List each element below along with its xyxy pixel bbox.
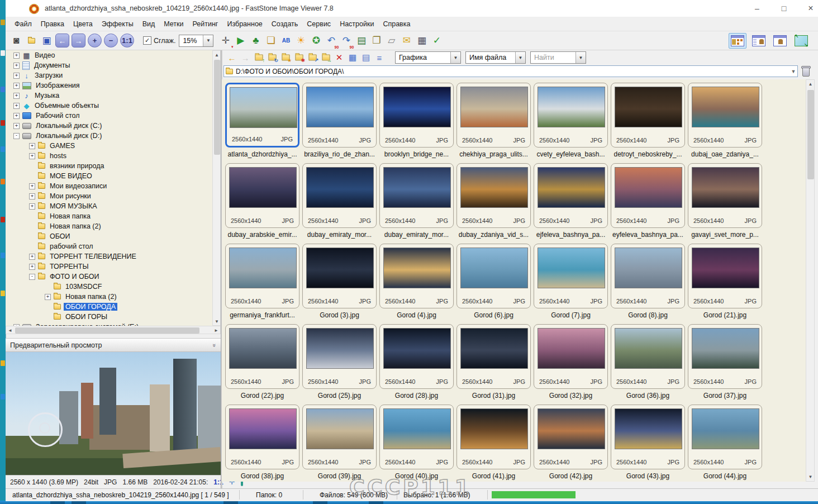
tree-item-7[interactable]: +Локальный диск (C:) bbox=[6, 121, 212, 131]
thumbnails-view-icon[interactable]: ▦ bbox=[346, 51, 359, 64]
crop-board-icon[interactable]: ❏ bbox=[263, 33, 278, 49]
thumbnail-card[interactable]: 2560x1440JPG bbox=[611, 405, 685, 469]
menu-item-0[interactable]: Файл bbox=[10, 18, 36, 30]
tree-expander-icon[interactable]: - bbox=[13, 133, 20, 139]
tree-item-22[interactable]: -ФОТО И ОБОИ bbox=[6, 272, 212, 282]
tree-expander-icon[interactable]: + bbox=[13, 53, 20, 59]
file-filter-combobox[interactable]: Графика▼ bbox=[395, 51, 461, 64]
print-icon[interactable]: ▦ bbox=[414, 33, 429, 49]
thumbnail-card[interactable]: 2560x1440JPG bbox=[456, 324, 531, 389]
tree-item-12[interactable]: МОЕ ВИДЕО bbox=[6, 171, 212, 181]
thumbnail-card[interactable]: 2560x1440JPG bbox=[688, 83, 762, 148]
thumbnail-card[interactable]: 2560x1440JPG bbox=[456, 244, 531, 308]
zoom-out-icon[interactable]: − bbox=[104, 34, 118, 47]
adjust-colors-icon[interactable]: ☀ bbox=[293, 33, 308, 49]
details-view-icon[interactable]: ▤ bbox=[359, 51, 373, 64]
thumbnail-card[interactable]: 2560x1440JPG bbox=[379, 244, 454, 308]
tree-item-20[interactable]: +ТОРРЕНТ ТЕЛЕВИДЕНИЕ bbox=[6, 251, 212, 261]
preview-header[interactable]: Предварительный просмотр » bbox=[6, 338, 221, 352]
menu-item-1[interactable]: Правка bbox=[36, 18, 69, 30]
tree-expander-icon[interactable]: + bbox=[45, 294, 51, 300]
menu-item-8[interactable]: Создать bbox=[267, 18, 303, 30]
tree-hscroll-thumb[interactable] bbox=[15, 327, 199, 334]
maximize-button[interactable]: □ bbox=[771, 0, 797, 17]
thumbnail-card[interactable]: 2560x1440JPG bbox=[611, 244, 685, 308]
tree-item-24[interactable]: +Новая папка (2) bbox=[6, 292, 212, 302]
image-strip-icon[interactable]: ♣ bbox=[248, 33, 263, 49]
thumbnail-card[interactable]: 2560x1440JPG bbox=[534, 83, 608, 148]
thumbnail-card[interactable]: 2560x1440JPG bbox=[225, 324, 299, 389]
thumbnail-card[interactable]: 2560x1440JPG bbox=[688, 244, 762, 308]
thumbnail-card[interactable]: 2560x1440JPG bbox=[379, 324, 454, 389]
delete-icon[interactable]: ✕ bbox=[332, 51, 346, 64]
open-file-icon[interactable] bbox=[24, 33, 39, 49]
menu-item-10[interactable]: Настройки bbox=[335, 18, 378, 30]
thumbnail-card[interactable]: 2560x1440JPG bbox=[611, 324, 685, 389]
move-to-icon[interactable]: → bbox=[319, 51, 332, 64]
thumbnail-card[interactable]: 2560x1440JPG bbox=[534, 244, 608, 308]
rename-icon[interactable]: AB bbox=[278, 33, 293, 49]
tree-expander-icon[interactable]: + bbox=[29, 203, 35, 210]
tree-vscrollbar[interactable]: ▲ ▼ bbox=[212, 50, 221, 326]
menu-item-2[interactable]: Цвета bbox=[69, 18, 97, 30]
thumbnail-card[interactable]: 2560x1440JPG bbox=[456, 83, 531, 148]
tree-item-8[interactable]: -Локальный диск (D:) bbox=[6, 131, 212, 141]
rotate-right-icon[interactable]: ↷90 bbox=[339, 33, 354, 49]
tree-expander-icon[interactable]: - bbox=[29, 274, 35, 280]
tree-item-19[interactable]: рабочий стол bbox=[6, 241, 212, 251]
preview-collapse-icon[interactable]: » bbox=[211, 343, 218, 346]
thumbnail-card[interactable]: 2560x1440JPG bbox=[225, 163, 299, 228]
thumbnail-card[interactable]: 2560x1440JPG bbox=[225, 83, 299, 148]
zoom-in-icon[interactable]: + bbox=[88, 34, 102, 47]
zoom-dropdown-icon[interactable]: ▼ bbox=[203, 35, 213, 46]
close-button[interactable]: × bbox=[798, 0, 818, 17]
tree-expander-icon[interactable]: + bbox=[13, 63, 20, 69]
tree-item-26[interactable]: ОБОИ ГОРЫ bbox=[6, 312, 212, 322]
up-folder-icon[interactable]: ↑ bbox=[252, 51, 265, 64]
thumbnail-card[interactable]: 2560x1440JPG bbox=[611, 83, 685, 148]
copy-move-icon[interactable]: ❐ bbox=[369, 33, 384, 49]
thumbnail-card[interactable]: 2560x1440JPG bbox=[302, 405, 377, 469]
tree-expander-icon[interactable]: + bbox=[13, 93, 20, 99]
scan-icon[interactable]: ▱ bbox=[384, 33, 399, 49]
grid-scroll-down-icon[interactable]: ▼ bbox=[807, 473, 814, 481]
address-bar[interactable]: D:\ФОТО И ОБОИ\ОБОИ ГОРОДА\ ▼ bbox=[223, 65, 798, 77]
thumbnail-card[interactable]: 2560x1440JPG bbox=[379, 83, 454, 148]
tree-hscrollbar[interactable]: ◄ ► bbox=[6, 326, 221, 334]
favorites-icon[interactable]: ★ bbox=[279, 51, 292, 64]
next-image-icon[interactable]: → bbox=[72, 34, 85, 47]
refresh-icon[interactable]: ↻ bbox=[265, 51, 279, 64]
previous-image-icon[interactable]: ← bbox=[55, 34, 69, 47]
tree-item-27[interactable]: +Зарезервировано системой (E:) bbox=[6, 322, 212, 326]
tree-expander-icon[interactable]: + bbox=[29, 153, 35, 159]
save-as-icon[interactable]: ▣ bbox=[39, 33, 54, 49]
minimize-button[interactable]: – bbox=[744, 0, 770, 17]
menu-item-5[interactable]: Метки bbox=[159, 18, 188, 30]
thumbnail-list-view-button[interactable] bbox=[750, 33, 768, 49]
menu-item-4[interactable]: Вид bbox=[138, 18, 160, 30]
address-dropdown-icon[interactable]: ▼ bbox=[790, 69, 797, 74]
menu-item-6[interactable]: Рейтинг bbox=[188, 18, 223, 30]
menu-item-3[interactable]: Эффекты bbox=[97, 18, 138, 30]
grid-scroll-thumb[interactable] bbox=[807, 90, 814, 179]
tree-scroll-thumb[interactable] bbox=[214, 60, 220, 155]
thumbnail-card[interactable]: 2560x1440JPG bbox=[456, 405, 531, 469]
tree-expander-icon[interactable]: + bbox=[13, 123, 20, 129]
tree-expander-icon[interactable]: + bbox=[29, 193, 35, 199]
tree-expander-icon[interactable]: + bbox=[13, 83, 20, 89]
menu-item-7[interactable]: Избранное bbox=[222, 18, 267, 30]
email-icon[interactable]: ✉ bbox=[399, 33, 414, 49]
forward-icon[interactable]: → bbox=[239, 51, 252, 64]
tree-item-1[interactable]: +Документы bbox=[6, 60, 212, 70]
actual-size-icon[interactable]: 1:1 bbox=[120, 34, 134, 47]
thumbnail-card[interactable]: 2560x1440JPG bbox=[302, 324, 377, 389]
thumbnail-card[interactable]: 2560x1440JPG bbox=[379, 405, 454, 469]
menu-item-11[interactable]: Справка bbox=[378, 18, 415, 30]
tree-item-16[interactable]: Новая папка bbox=[6, 211, 212, 221]
tree-item-0[interactable]: +▦Видео bbox=[6, 50, 212, 60]
tree-item-25[interactable]: ОБОИ ГОРОДА bbox=[6, 302, 212, 312]
thumbnail-card[interactable]: 2560x1440JPG bbox=[456, 163, 531, 228]
find-input[interactable]: Найти▼ bbox=[530, 51, 586, 64]
tree-scroll-up-icon[interactable]: ▲ bbox=[213, 51, 220, 58]
list-view-icon[interactable]: ≡ bbox=[373, 51, 386, 64]
